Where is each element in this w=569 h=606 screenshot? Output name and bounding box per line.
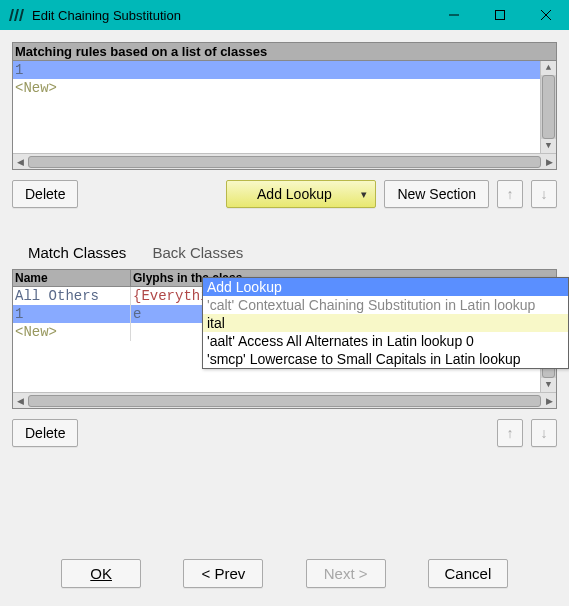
window-title: Edit Chaining Substitution — [32, 8, 181, 23]
horizontal-scrollbar[interactable]: ◀ ▶ — [13, 392, 556, 408]
cancel-button[interactable]: Cancel — [428, 559, 508, 588]
vertical-scrollbar[interactable]: ▲ ▼ — [540, 61, 556, 153]
new-section-button[interactable]: New Section — [384, 180, 489, 208]
rules-panel: Matching rules based on a list of classe… — [12, 42, 557, 170]
grid-cell-name[interactable]: All Others — [13, 287, 131, 305]
horizontal-scrollbar[interactable]: ◀ ▶ — [13, 153, 556, 169]
move-up-button[interactable]: ↑ — [497, 180, 523, 208]
close-button[interactable] — [523, 0, 569, 30]
minimize-button[interactable] — [431, 0, 477, 30]
scroll-down-icon[interactable]: ▼ — [541, 378, 556, 392]
scroll-left-icon[interactable]: ◀ — [13, 157, 27, 167]
menu-item[interactable]: 'aalt' Access All Alternates in Latin lo… — [203, 332, 568, 350]
scroll-right-icon[interactable]: ▶ — [542, 157, 556, 167]
title-bar: Edit Chaining Substitution — [0, 0, 569, 30]
add-lookup-dropdown-button[interactable]: Add Lookup ▾ — [226, 180, 376, 208]
menu-item[interactable]: Add Lookup — [203, 278, 568, 296]
add-lookup-menu[interactable]: Add Lookup 'calt' Contextual Chaining Su… — [202, 277, 569, 369]
tab-match-classes[interactable]: Match Classes — [22, 242, 132, 263]
scroll-right-icon[interactable]: ▶ — [542, 396, 556, 406]
class-tabs: Match Classes Back Classes Ahead Classes — [12, 238, 557, 269]
move-down-button[interactable]: ↓ — [531, 419, 557, 447]
grid-cell-name[interactable]: 1 — [13, 305, 131, 323]
scroll-up-icon[interactable]: ▲ — [541, 61, 556, 75]
add-lookup-label: Add Lookup — [257, 186, 332, 202]
prev-button[interactable]: < Prev — [183, 559, 263, 588]
delete-button[interactable]: Delete — [12, 180, 78, 208]
maximize-button[interactable] — [477, 0, 523, 30]
move-down-button[interactable]: ↓ — [531, 180, 557, 208]
scroll-thumb-h[interactable] — [28, 156, 541, 168]
move-up-button[interactable]: ↑ — [497, 419, 523, 447]
menu-item[interactable]: ital — [203, 314, 568, 332]
grid-cell-name[interactable]: <New> — [13, 323, 131, 341]
rules-panel-header: Matching rules based on a list of classe… — [13, 43, 556, 61]
scroll-thumb[interactable] — [542, 75, 555, 139]
scroll-thumb-h[interactable] — [28, 395, 541, 407]
menu-item[interactable]: 'calt' Contextual Chaining Substitution … — [203, 296, 568, 314]
tab-back-classes[interactable]: Back Classes — [146, 242, 249, 263]
svg-rect-1 — [496, 11, 505, 20]
ok-button[interactable]: OK — [61, 559, 141, 588]
scroll-down-icon[interactable]: ▼ — [541, 139, 556, 153]
scroll-left-icon[interactable]: ◀ — [13, 396, 27, 406]
rules-list[interactable]: 1 <New> ▲ ▼ — [13, 61, 556, 153]
app-icon — [8, 7, 24, 23]
grid-col-name[interactable]: Name — [13, 270, 131, 286]
delete-class-button[interactable]: Delete — [12, 419, 78, 447]
rules-row-new[interactable]: <New> — [13, 79, 556, 97]
chevron-down-icon: ▾ — [361, 188, 367, 201]
menu-item[interactable]: 'smcp' Lowercase to Small Capitals in La… — [203, 350, 568, 368]
rules-row[interactable]: 1 — [13, 61, 556, 79]
next-button[interactable]: Next > — [306, 559, 386, 588]
